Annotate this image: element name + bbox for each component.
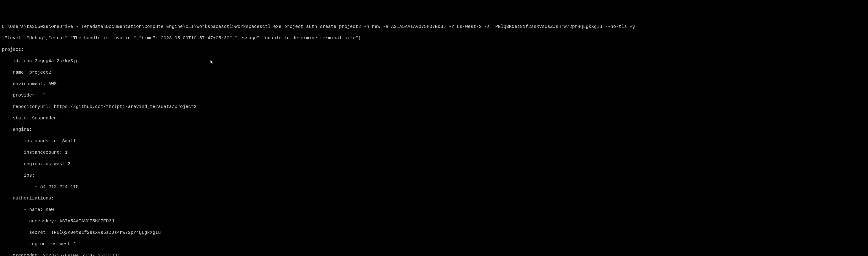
auth-accesskey-value: ASIA5AAIAVO75HO7ED3J (59, 219, 114, 224)
auth-name-line: - name: new (2, 207, 866, 212)
region-value: us-west-2 (46, 161, 70, 167)
auth-secret-value: TPElQSK0et91f2ssXVs5sZJs4rW72pr4QLgkXgIu (51, 230, 161, 235)
createdat-line: createdat: 2023-05-09T04:53:47.2513303Z (2, 253, 866, 256)
instancesize-value: Small (62, 138, 76, 144)
id-value: chct3mqng4af2ckkv3jg (24, 58, 79, 64)
repositoryurl-label: repositoryurl: (2, 104, 54, 109)
state-value: Suspended (32, 116, 57, 121)
auth-name-label: - name: (2, 207, 46, 212)
provider-label: provider: (2, 93, 40, 98)
auth-region-value: us-west-2 (51, 241, 76, 247)
auth-secret-label: secret: (2, 230, 51, 235)
project-header: project: (2, 47, 866, 52)
prompt-path: C:\Users\ta255028\OneDrive - Teradata\Do… (2, 24, 235, 29)
environment-value: AWS (49, 81, 57, 86)
instancecount-line: instancecount: 1 (2, 150, 866, 155)
provider-value: "" (40, 93, 46, 98)
engine-region-line: region: us-west-2 (2, 161, 866, 167)
repositoryurl-line: repositoryurl: https://github.com/thript… (2, 104, 866, 110)
state-label: state: (2, 116, 32, 121)
command-text: workspacesctl.exe project auth create pr… (235, 24, 635, 29)
instancecount-label: instancecount: (2, 150, 65, 155)
id-label: id: (2, 58, 24, 64)
name-label: name: (2, 70, 29, 75)
ip-item: - 54.212.224.115 (2, 184, 866, 190)
auth-region-label: region: (2, 241, 51, 247)
ips-header: ips: (2, 172, 866, 178)
authorizations-header: authorizations: (2, 195, 866, 201)
name-value: project2 (29, 70, 51, 75)
state-line: state: Suspended (2, 115, 866, 121)
provider-line: provider: "" (2, 92, 866, 98)
auth-secret-line: secret: TPElQSK0et91f2ssXVs5sZJs4rW72pr4… (2, 230, 866, 235)
auth-accesskey-label: accesskey: (2, 219, 59, 224)
environment-label: environment: (2, 81, 49, 86)
auth-region-line: region: us-west-2 (2, 241, 866, 247)
auth-accesskey-line: accesskey: ASIA5AAIAVO75HO7ED3J (2, 218, 866, 224)
createdat-label: createdat: (2, 253, 43, 256)
engine-header: engine: (2, 127, 866, 133)
project-id-line: id: chct3mqng4af2ckkv3jg (2, 58, 866, 64)
prompt-line[interactable]: C:\Users\ta255028\OneDrive - Teradata\Do… (2, 24, 866, 29)
log-output: {"level":"debug","error":"The handle is … (2, 35, 866, 41)
instancecount-value: 1 (65, 150, 68, 155)
region-label: region: (2, 161, 46, 167)
instancesize-line: instancesize: Small (2, 138, 866, 144)
environment-line: environment: AWS (2, 81, 866, 87)
auth-name-value: new (46, 207, 54, 212)
createdat-value: 2023-05-09T04:53:47.2513303Z (43, 253, 120, 256)
project-name-line: name: project2 (2, 69, 866, 75)
repositoryurl-value: https://github.com/thripti-aravind_terad… (54, 104, 196, 109)
instancesize-label: instancesize: (2, 138, 62, 144)
